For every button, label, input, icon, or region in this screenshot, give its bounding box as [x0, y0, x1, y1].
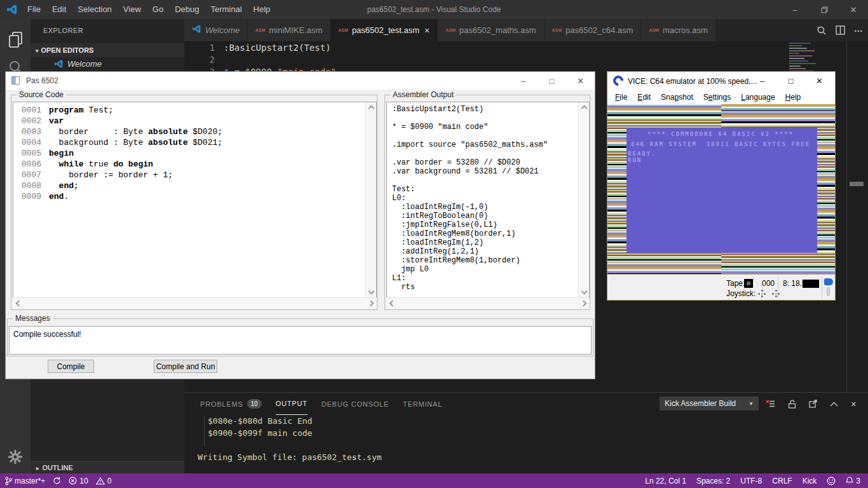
status-ln-22-col-1[interactable]: Ln 22, Col 1	[645, 477, 686, 485]
open-in-editor-icon[interactable]	[809, 400, 817, 408]
tab-welcome[interactable]: Welcome	[184, 19, 248, 41]
assembler-line: .import source "pas6502_maths.asm"	[392, 140, 548, 149]
outline-section[interactable]: ▸OUTLINE	[31, 461, 184, 473]
assembler-line: :jmpIntRegFalse(0,L1)	[392, 220, 498, 229]
panel-tab-output[interactable]: OUTPUT	[276, 393, 308, 415]
vice-menu-help[interactable]: Help	[780, 90, 806, 104]
sync-icon	[53, 477, 61, 485]
vice-menu-language[interactable]: Language	[736, 90, 780, 104]
assembler-vertical-scrollbar[interactable]	[578, 102, 589, 297]
vice-close-button[interactable]: ✕	[805, 72, 834, 90]
assembler-line: L0:	[392, 194, 406, 203]
output-channel-dropdown[interactable]: Kick Assembler Build ▼	[660, 396, 759, 410]
c64-display[interactable]: **** COMMODORE 64 BASIC V2 ****64K RAM S…	[607, 104, 835, 274]
split-editor-icon[interactable]	[836, 25, 845, 35]
status-master-[interactable]: master*+	[5, 477, 45, 485]
panel-tab-debug-console[interactable]: DEBUG CONSOLE	[322, 393, 389, 415]
status-utf-8[interactable]: UTF-8	[740, 477, 762, 485]
vscode-minimize-button[interactable]: –	[780, 0, 810, 19]
assembler-line: :addIntReg(1,2,1)	[392, 247, 479, 256]
vice-menu-file[interactable]: File	[610, 90, 632, 104]
status-sync[interactable]	[53, 477, 61, 485]
menu-item-debug[interactable]: Debug	[169, 0, 205, 19]
vice-menu-settings[interactable]: Settings	[698, 90, 736, 104]
source-line: 0005begin	[13, 148, 376, 159]
editor-scrollbar-thumb[interactable]	[850, 182, 864, 186]
panel-tab-terminal[interactable]: TERMINAL	[403, 393, 442, 415]
pas6502-maximize-button[interactable]: □	[538, 72, 566, 90]
explorer-icon[interactable]	[8, 32, 24, 48]
sidebar-item-welcome[interactable]: Welcome	[31, 57, 184, 71]
source-horizontal-scrollbar[interactable]	[13, 297, 377, 308]
status-crlf[interactable]: CRLF	[772, 477, 792, 485]
source-vertical-scrollbar[interactable]	[365, 102, 376, 297]
vice-maximize-button[interactable]: □	[776, 72, 805, 90]
assembler-output-textarea[interactable]: :BasicUpstart2(Test)* = $0900 "main code…	[386, 102, 590, 298]
vice-menu-edit[interactable]: Edit	[632, 90, 656, 104]
compile-button[interactable]: Compile	[48, 360, 94, 373]
pas6502-minimize-button[interactable]: –	[509, 72, 538, 90]
menu-item-help[interactable]: Help	[248, 0, 276, 19]
warning-icon	[96, 477, 105, 485]
pas6502-close-button[interactable]: ✕	[566, 72, 595, 90]
messages-textarea[interactable]: Compile successful!	[9, 326, 592, 355]
bell-icon	[846, 477, 853, 485]
status-3[interactable]: 3	[846, 477, 860, 485]
editor-line: 1:BasicUpstart2(Test)	[184, 42, 868, 54]
tab-macros-asm[interactable]: ASMmacros.asm	[641, 19, 715, 41]
status-spaces-2[interactable]: Spaces: 2	[696, 477, 730, 485]
source-code-group-label: Source Code	[17, 90, 66, 99]
tab-minimike-asm[interactable]: ASMminiMIKE.asm	[248, 19, 330, 41]
menu-item-selection[interactable]: Selection	[72, 0, 117, 19]
assembler-line: :loadIntRegIm(-1,0)	[392, 203, 488, 212]
source-line-number: 0004	[13, 137, 41, 148]
maximize-panel-icon[interactable]	[830, 402, 838, 407]
statusbar-left: master*+100	[0, 477, 111, 485]
unlock-icon[interactable]	[788, 400, 796, 409]
close-tab-icon[interactable]: ×	[424, 25, 430, 36]
assembler-line: jmp L0	[392, 265, 429, 274]
pas6502-titlebar[interactable]: Pas 6502 – □ ✕	[6, 72, 595, 90]
source-line: 0003 border : Byte absolute $D020;	[13, 126, 376, 137]
source-line-number: 0009	[13, 191, 41, 202]
output-indent-guide	[204, 416, 205, 447]
menu-item-terminal[interactable]: Terminal	[205, 0, 247, 19]
close-panel-icon[interactable]: ×	[851, 398, 857, 409]
panel-tab-problems[interactable]: PROBLEMS10	[200, 393, 262, 415]
source-line-code: background : Byte absolute $D021;	[49, 137, 222, 148]
chevron-down-icon: ▼	[749, 401, 754, 407]
vscode-restore-button[interactable]	[810, 0, 839, 19]
clear-output-icon[interactable]	[766, 400, 775, 408]
problems-badge: 10	[247, 399, 262, 409]
volume-slider[interactable]	[827, 287, 830, 296]
vscode-close-button[interactable]: ✕	[839, 0, 868, 19]
vice-minimize-button[interactable]: –	[748, 72, 776, 90]
status-kick[interactable]: Kick	[803, 477, 817, 485]
open-preview-icon[interactable]	[817, 25, 827, 36]
vice-menu-snapshot[interactable]: Snapshot	[656, 90, 698, 104]
compile-and-run-button[interactable]: Compile and Run	[154, 360, 217, 373]
c64-screen-text: READY.	[628, 151, 656, 157]
panel-actions: ×	[766, 393, 857, 415]
tape-control-icon[interactable]	[824, 278, 833, 285]
more-actions-icon[interactable]: ⋯	[854, 25, 863, 36]
assembler-horizontal-scrollbar[interactable]	[386, 297, 590, 308]
tab-pas6502_c64-asm[interactable]: ASMpas6502_c64.asm	[545, 19, 642, 41]
asm-file-icon: ASM	[255, 28, 266, 32]
settings-gear-icon[interactable]	[7, 449, 24, 465]
status-0[interactable]: 0	[96, 477, 112, 485]
source-code-textarea[interactable]: 0001program Test;0002var0003 border : By…	[13, 102, 377, 298]
menu-item-edit[interactable]: Edit	[46, 0, 72, 19]
status-10[interactable]: 10	[69, 477, 88, 485]
tab-pas6502_test-asm[interactable]: ASMpas6502_test.asm×	[330, 19, 438, 41]
vice-titlebar[interactable]: VICE: C64 emulator at 100% speed,... – □…	[607, 72, 835, 90]
status-smiley[interactable]	[827, 477, 836, 485]
open-editors-section[interactable]: ▾OPEN EDITORS	[31, 43, 184, 57]
tab-pas6502_maths-asm[interactable]: ASMpas6502_maths.asm	[438, 19, 544, 41]
menu-item-view[interactable]: View	[118, 0, 147, 19]
menu-item-go[interactable]: Go	[147, 0, 169, 19]
assembler-line: :loadIntRegMem8(border,1)	[392, 229, 515, 238]
vscode-statusbar: master*+100 Ln 22, Col 1Spaces: 2UTF-8CR…	[0, 473, 868, 488]
menu-item-file[interactable]: File	[22, 0, 46, 19]
vscode-menubar: FileEditSelectionViewGoDebugTerminalHelp	[22, 0, 276, 19]
